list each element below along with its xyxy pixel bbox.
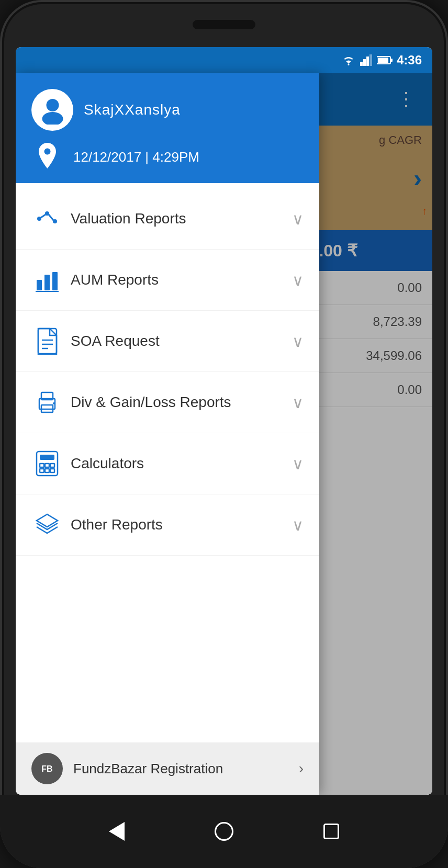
back-icon	[109, 822, 125, 841]
pin-icon	[36, 143, 59, 172]
recents-icon	[323, 824, 339, 839]
svg-rect-16	[44, 275, 50, 290]
nav-drawer: SkajXXanslya 12/12/2017 | 4:29PM	[16, 73, 319, 795]
menu-item-soa-request[interactable]: SOA Request ∨	[16, 311, 319, 372]
document-icon	[31, 325, 63, 357]
date-time-text: 12/12/2017 | 4:29PM	[73, 149, 199, 165]
user-name: SkajXXanslya	[84, 102, 181, 118]
aum-reports-chevron: ∨	[292, 271, 304, 289]
calculator-icon	[31, 448, 63, 479]
phone-frame: 4:36 ⋮ ₹ g CAGR .32 ↑ › 999.00 ₹	[0, 0, 448, 868]
bottom-navigation-bar	[0, 795, 448, 868]
status-icons: 4:36	[341, 53, 422, 67]
svg-rect-4	[369, 54, 372, 66]
recents-button[interactable]	[318, 818, 344, 844]
aum-reports-label: AUM Reports	[71, 272, 292, 288]
drawer-header: SkajXXanslya 12/12/2017 | 4:29PM	[16, 73, 319, 183]
menu-item-other-reports[interactable]: Other Reports ∨	[16, 494, 319, 556]
svg-point-9	[42, 112, 63, 125]
menu-item-aum-reports[interactable]: AUM Reports ∨	[16, 250, 319, 311]
footer-chevron-icon: ›	[299, 760, 304, 777]
valuation-reports-chevron: ∨	[292, 210, 304, 228]
soa-request-chevron: ∨	[292, 332, 304, 351]
user-avatar	[31, 89, 73, 131]
printer-icon	[31, 387, 63, 418]
graph-icon	[31, 203, 63, 234]
svg-line-13	[41, 215, 46, 218]
svg-text:FB: FB	[41, 764, 52, 773]
svg-rect-2	[363, 59, 366, 66]
soa-request-label: SOA Request	[71, 333, 292, 350]
svg-point-26	[53, 402, 55, 404]
svg-rect-3	[366, 57, 369, 66]
fundzbazar-icon: FB	[37, 758, 58, 779]
svg-rect-32	[40, 469, 44, 472]
svg-rect-7	[378, 58, 388, 63]
svg-rect-28	[40, 455, 54, 460]
other-reports-chevron: ∨	[292, 516, 304, 534]
svg-point-0	[348, 64, 349, 65]
drawer-overlay[interactable]	[319, 73, 432, 795]
svg-rect-1	[360, 62, 363, 66]
svg-rect-6	[390, 59, 393, 62]
div-gain-loss-chevron: ∨	[292, 393, 304, 412]
calculators-label: Calculators	[71, 455, 292, 472]
svg-point-8	[46, 99, 59, 111]
back-button[interactable]	[104, 818, 130, 844]
svg-line-14	[49, 215, 53, 220]
menu-item-calculators[interactable]: Calculators ∨	[16, 433, 319, 494]
status-time: 4:36	[397, 53, 422, 67]
date-icon	[31, 141, 63, 173]
svg-rect-30	[45, 464, 49, 467]
svg-rect-17	[52, 272, 58, 290]
fundzbazar-label: FundzBazar Registration	[73, 761, 288, 777]
bar-chart-icon	[31, 264, 63, 296]
menu-item-valuation-reports[interactable]: Valuation Reports ∨	[16, 188, 319, 250]
person-icon	[38, 96, 67, 125]
svg-rect-33	[45, 469, 49, 472]
drawer-footer[interactable]: FB FundzBazar Registration ›	[16, 742, 319, 795]
other-reports-label: Other Reports	[71, 516, 292, 533]
valuation-reports-label: Valuation Reports	[71, 210, 292, 227]
svg-rect-34	[50, 469, 54, 472]
menu-item-div-gain-loss[interactable]: Div & Gain/Loss Reports ∨	[16, 372, 319, 433]
signal-icon	[360, 54, 373, 66]
fundzbazar-logo: FB	[31, 753, 63, 784]
status-bar: 4:36	[16, 47, 432, 73]
div-gain-loss-label: Div & Gain/Loss Reports	[71, 394, 292, 411]
svg-rect-15	[37, 280, 42, 290]
drawer-user-row: SkajXXanslya	[31, 89, 304, 131]
drawer-menu: Valuation Reports ∨ AUM Reports ∨	[16, 183, 319, 742]
drawer-date-row: 12/12/2017 | 4:29PM	[31, 141, 304, 173]
layers-icon	[31, 509, 63, 540]
home-button[interactable]	[211, 818, 237, 844]
svg-rect-29	[40, 464, 44, 467]
battery-icon	[377, 55, 393, 65]
calculators-chevron: ∨	[292, 455, 304, 473]
home-icon	[215, 822, 233, 841]
wifi-icon	[341, 54, 356, 66]
screen: 4:36 ⋮ ₹ g CAGR .32 ↑ › 999.00 ₹	[16, 47, 432, 795]
svg-rect-31	[50, 464, 54, 467]
